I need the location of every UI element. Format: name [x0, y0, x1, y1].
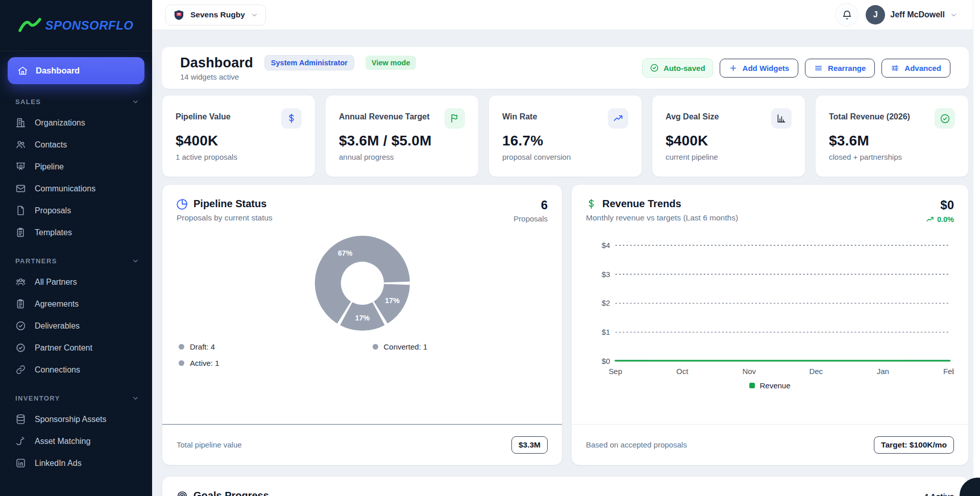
kpi-sub: annual progress — [339, 153, 465, 161]
svg-text:17%: 17% — [355, 314, 370, 322]
clipboard-icon — [15, 299, 26, 309]
svg-text:$4: $4 — [602, 241, 610, 250]
total-pipeline-value-badge: $3.3M — [511, 436, 548, 454]
sidebar: SPONSORFLO Dashboard SALESOrganizationsC… — [0, 0, 152, 496]
sidebar-item-contacts[interactable]: Contacts — [8, 134, 144, 156]
role-badge: System Administrator — [264, 55, 354, 70]
pie-chart-icon — [177, 199, 188, 210]
sidebar-section-partners[interactable]: PARTNERS — [8, 243, 144, 271]
team-crest-icon — [173, 9, 185, 21]
revenue-delta: 0.0% — [926, 215, 954, 224]
legend-item-active: Active: 1 — [179, 359, 352, 367]
chevron-down-icon — [132, 394, 139, 402]
kpi-label: Total Revenue (2026) — [829, 108, 910, 121]
pipeline-donut-chart[interactable]: 67%17%17% — [177, 233, 548, 333]
kpi-label: Avg Deal Size — [666, 108, 719, 121]
view-mode-badge: View mode — [365, 56, 416, 70]
svg-text:Dec: Dec — [809, 367, 823, 376]
chevron-down-icon — [132, 98, 139, 106]
kpi-sub: current pipeline — [666, 153, 792, 161]
notifications-button[interactable] — [835, 3, 859, 27]
trend-icon — [608, 108, 628, 129]
svg-text:Nov: Nov — [742, 367, 756, 376]
sidebar-item-label: Partner Content — [35, 343, 92, 353]
revenue-value: $0 — [926, 198, 954, 212]
svg-text:Jan: Jan — [877, 367, 889, 376]
sidebar-section-inventory[interactable]: INVENTORY — [8, 381, 144, 408]
svg-text:17%: 17% — [385, 296, 400, 305]
kpi-value: $400K — [666, 133, 792, 149]
linkedin-icon — [15, 458, 26, 468]
hook-icon — [15, 436, 26, 447]
clipboard-icon — [15, 227, 26, 238]
team-selector[interactable]: Sevens Rugby — [165, 5, 266, 26]
widget-title: Goals Progress — [193, 490, 269, 496]
advanced-button[interactable]: Advanced — [881, 59, 950, 78]
chevron-down-icon — [251, 11, 258, 19]
rearrange-button[interactable]: Rearrange — [805, 59, 875, 78]
sidebar-item-label: Deliverables — [35, 321, 80, 331]
sidebar-item-label: Templates — [35, 228, 72, 237]
sidebar-item-templates[interactable]: Templates — [8, 221, 144, 243]
svg-text:$2: $2 — [602, 299, 610, 307]
kpi-card-annual-revenue-target: Annual Revenue Target $3.6M / $5.0M annu… — [325, 95, 479, 177]
legend-item-draft: Draft: 4 — [179, 342, 352, 351]
sidebar-item-all-partners[interactable]: All Partners — [8, 271, 144, 293]
flag-icon — [445, 108, 465, 129]
building-icon — [15, 117, 26, 128]
sidebar-item-asset-matching[interactable]: Asset Matching — [8, 430, 144, 452]
sidebar-item-linkedin-ads[interactable]: LinkedIn Ads — [8, 452, 144, 474]
goals-progress-widget: Goals Progress 4 Active — [162, 476, 969, 496]
add-widgets-button[interactable]: Add Widgets — [720, 59, 799, 78]
svg-text:Sep: Sep — [608, 367, 622, 376]
topbar: Sevens Rugby J Jeff McDowell — [152, 0, 980, 30]
sidebar-item-label: All Partners — [35, 278, 77, 287]
kpi-card-win-rate: Win Rate 16.7% proposal conversion — [488, 95, 642, 177]
svg-text:67%: 67% — [337, 249, 352, 257]
badge-check-icon — [15, 342, 26, 353]
svg-text:$0: $0 — [602, 357, 610, 365]
sidebar-item-label: Sponsorship Assets — [35, 415, 107, 424]
user-menu[interactable]: J Jeff McDowell — [866, 5, 958, 24]
sidebar-item-organizations[interactable]: Organizations — [8, 112, 144, 134]
revenue-trends-widget: Revenue Trends Monthly revenue vs target… — [571, 184, 969, 465]
sidebar-item-agreements[interactable]: Agreements — [8, 293, 144, 315]
sidebar-item-dashboard[interactable]: Dashboard — [8, 57, 144, 84]
sidebar-item-label: Proposals — [35, 206, 71, 215]
kpi-label: Win Rate — [502, 108, 537, 121]
scrollbar-track[interactable] — [973, 0, 980, 496]
sidebar-item-label: Organizations — [35, 118, 85, 128]
sidebar-item-proposals[interactable]: Proposals — [8, 200, 144, 221]
home-icon — [17, 65, 28, 76]
sidebar-item-pipeline[interactable]: Pipeline — [8, 156, 144, 178]
trend-up-icon — [926, 215, 934, 224]
autosave-status: Auto-saved — [642, 58, 713, 78]
logo-text: SPONSORFLO — [45, 18, 133, 33]
footer-label: Based on accepted proposals — [586, 440, 687, 449]
people-group-icon — [15, 277, 26, 287]
sidebar-item-label: Pipeline — [35, 162, 64, 171]
bell-icon — [842, 10, 852, 20]
kpi-sub: proposal conversion — [502, 153, 628, 161]
target-badge: Target: $100K/mo — [874, 436, 954, 454]
sidebar-item-sponsorship-assets[interactable]: Sponsorship Assets — [8, 408, 144, 430]
sidebar-item-connections[interactable]: Connections — [8, 359, 144, 381]
sidebar-section-sales[interactable]: SALES — [8, 84, 144, 112]
sidebar-item-communications[interactable]: Communications — [8, 178, 144, 200]
kpi-row: Pipeline Value $400K 1 active proposals … — [162, 95, 969, 177]
sidebar-item-deliverables[interactable]: Deliverables — [8, 315, 144, 337]
widget-title: Revenue Trends — [602, 198, 681, 210]
dollar-icon — [586, 199, 597, 209]
sidebar-item-partner-content[interactable]: Partner Content — [8, 337, 144, 359]
kpi-card-pipeline-value: Pipeline Value $400K 1 active proposals — [162, 95, 315, 177]
kpi-card-avg-deal-size: Avg Deal Size $400K current pipeline — [652, 95, 805, 177]
revenue-line-chart[interactable]: $4$3$2$1$0SepOctNovDecJanFeb — [586, 236, 954, 379]
file-icon — [15, 205, 26, 216]
bars-icon — [771, 108, 792, 129]
pipeline-status-widget: Pipeline Status Proposals by current sta… — [162, 184, 562, 465]
menu-icon — [814, 64, 823, 72]
sidebar-item-label: Communications — [35, 184, 95, 193]
kpi-sub: 1 active proposals — [176, 153, 302, 161]
legend-dot — [373, 344, 378, 350]
team-name: Sevens Rugby — [190, 10, 245, 19]
